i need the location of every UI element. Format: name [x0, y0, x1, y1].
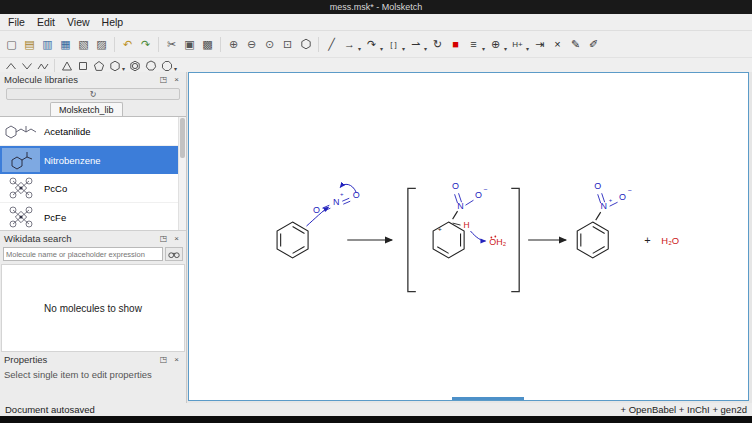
library-scrollbar[interactable]: [178, 117, 186, 230]
copy-icon[interactable]: ▣: [181, 36, 198, 53]
rotate-tool-icon[interactable]: ↻: [429, 36, 446, 53]
ring-4-icon[interactable]: [75, 60, 90, 73]
dropdown-arrow-icon[interactable]: ▾: [424, 45, 427, 52]
redo-icon[interactable]: ↷: [137, 36, 154, 53]
color-picker-icon[interactable]: ■: [447, 36, 464, 53]
menu-item-file[interactable]: File: [2, 15, 31, 29]
curved-arrow-tool-icon[interactable]: ↷▾: [363, 36, 380, 53]
water-label[interactable]: H₂O: [661, 235, 679, 246]
ring-6-icon[interactable]: ▾: [107, 60, 122, 73]
water-byproduct[interactable]: H₂O: [661, 235, 679, 246]
export-image-icon[interactable]: ▧: [75, 36, 92, 53]
close-panel-icon[interactable]: ×: [171, 355, 182, 364]
atom-label-o[interactable]: O: [452, 181, 459, 191]
water-label[interactable]: OH₂: [489, 237, 506, 247]
scrollbar-thumb[interactable]: [180, 118, 185, 158]
dropdown-arrow-icon[interactable]: ▾: [380, 45, 383, 52]
atom-label-o[interactable]: O: [313, 205, 320, 215]
dropdown-arrow-icon[interactable]: ▾: [122, 65, 125, 72]
dropdown-arrow-icon[interactable]: ▾: [174, 65, 177, 72]
zoom-original-icon[interactable]: ⊙: [261, 36, 278, 53]
float-panel-icon[interactable]: ◳: [158, 75, 169, 84]
dropdown-arrow-icon[interactable]: ▾: [526, 45, 529, 52]
water-nucleophile[interactable]: OH₂: [489, 236, 506, 247]
nitronium-electrophile[interactable]: O N + O: [306, 184, 359, 226]
product-nitrobenzene[interactable]: N + O O −: [577, 181, 631, 258]
atom-label-n[interactable]: N: [600, 201, 606, 211]
open-file-icon[interactable]: ▤: [21, 36, 38, 53]
bracket-tool-icon[interactable]: [ ]▾: [385, 36, 402, 53]
dropdown-arrow-icon[interactable]: ▾: [482, 45, 485, 52]
insert-molecule-icon[interactable]: [297, 36, 314, 53]
close-panel-icon[interactable]: ×: [171, 75, 182, 84]
library-item-acetanilide[interactable]: Acetanilide: [0, 117, 186, 146]
pen-settings-icon[interactable]: ✐: [585, 36, 602, 53]
plus-sign[interactable]: +: [644, 234, 650, 246]
atom-label-o[interactable]: O: [475, 190, 482, 200]
library-item-pcfe[interactable]: PcFe: [0, 203, 186, 231]
zoom-out-icon[interactable]: ⊖: [243, 36, 260, 53]
reactant-benzene[interactable]: [277, 222, 308, 258]
reload-library-button[interactable]: ↻: [6, 88, 180, 100]
atom-label-h[interactable]: H: [463, 220, 469, 230]
print-icon[interactable]: ▨: [93, 36, 110, 53]
atom-label-o[interactable]: O: [594, 181, 601, 191]
molsketch-window: mess.msk* - Molsketch File Edit View Hel…: [0, 0, 752, 423]
charge-minus[interactable]: −: [483, 186, 487, 193]
paste-icon[interactable]: ▩: [199, 36, 216, 53]
ring-8-icon[interactable]: ▾: [159, 60, 174, 73]
charge-minus[interactable]: −: [627, 187, 631, 194]
library-item-nitrobenzene[interactable]: Nitrobenzene: [0, 146, 186, 174]
charge-plus-icon[interactable]: ⊕▾: [487, 36, 504, 53]
angle-down-icon[interactable]: [19, 60, 34, 73]
dropdown-arrow-icon[interactable]: ▾: [402, 45, 405, 52]
drawing-canvas[interactable]: O N + O: [188, 72, 749, 401]
atom-label-o[interactable]: O: [619, 192, 626, 202]
float-panel-icon[interactable]: ◳: [158, 355, 169, 364]
cut-icon[interactable]: ✂: [163, 36, 180, 53]
titlebar[interactable]: mess.msk* - Molsketch: [0, 0, 752, 14]
save-as-icon[interactable]: ▦: [57, 36, 74, 53]
dropdown-arrow-icon[interactable]: ▾: [358, 45, 361, 52]
charge-plus[interactable]: +: [438, 226, 442, 233]
atom-label-n[interactable]: N: [457, 201, 463, 211]
dropdown-arrow-icon[interactable]: ▾: [504, 45, 507, 52]
ring-3-icon[interactable]: [59, 60, 74, 73]
molecule-thumbnail: [2, 205, 40, 229]
zoom-in-icon[interactable]: ⊕: [225, 36, 242, 53]
pen-tool-icon[interactable]: ✎: [567, 36, 584, 53]
library-item-pcco[interactable]: PcCo: [0, 174, 186, 203]
menu-item-edit[interactable]: Edit: [31, 15, 61, 29]
new-document-icon[interactable]: ▢: [3, 36, 20, 53]
properties-title: Properties: [4, 354, 156, 365]
benzene-ring-icon[interactable]: [127, 60, 142, 73]
atom-label-n[interactable]: N: [333, 197, 339, 207]
toolbar-separator: [220, 37, 221, 52]
mechanism-arrow-tool-icon[interactable]: ⇀▾: [407, 36, 424, 53]
hydrogen-add-icon[interactable]: H+▾: [509, 36, 526, 53]
charge-plus[interactable]: +: [340, 191, 344, 197]
arenium-intermediate[interactable]: N O O − H +: [433, 181, 487, 258]
tab-molsketch-lib[interactable]: Molsketch_lib: [50, 102, 123, 116]
wikidata-search-button[interactable]: [165, 247, 183, 261]
save-icon[interactable]: ▥: [39, 36, 56, 53]
menu-item-help[interactable]: Help: [96, 15, 130, 29]
zoom-fit-icon[interactable]: ⊡: [279, 36, 296, 53]
angle-up-icon[interactable]: [3, 60, 18, 73]
hydrogen-shift-icon[interactable]: ⇥: [531, 36, 548, 53]
ring-5-icon[interactable]: [91, 60, 106, 73]
reaction-arrow-tool-icon[interactable]: →▾: [341, 36, 358, 53]
menu-item-view[interactable]: View: [61, 15, 96, 29]
undo-icon[interactable]: ↶: [119, 36, 136, 53]
curved-arrow-deprotonation[interactable]: [470, 231, 485, 241]
charge-plus[interactable]: +: [609, 197, 613, 203]
chain-tool-icon[interactable]: [35, 60, 50, 73]
ring-7-icon[interactable]: [143, 60, 158, 73]
draw-bond-icon[interactable]: ╱: [323, 36, 340, 53]
wikidata-search-input[interactable]: [3, 247, 163, 261]
close-panel-icon[interactable]: ×: [171, 234, 182, 243]
horizontal-scrollbar-thumb[interactable]: [452, 397, 524, 400]
float-panel-icon[interactable]: ◳: [158, 234, 169, 243]
delete-tool-icon[interactable]: ×: [549, 36, 566, 53]
line-width-icon[interactable]: ≡▾: [465, 36, 482, 53]
